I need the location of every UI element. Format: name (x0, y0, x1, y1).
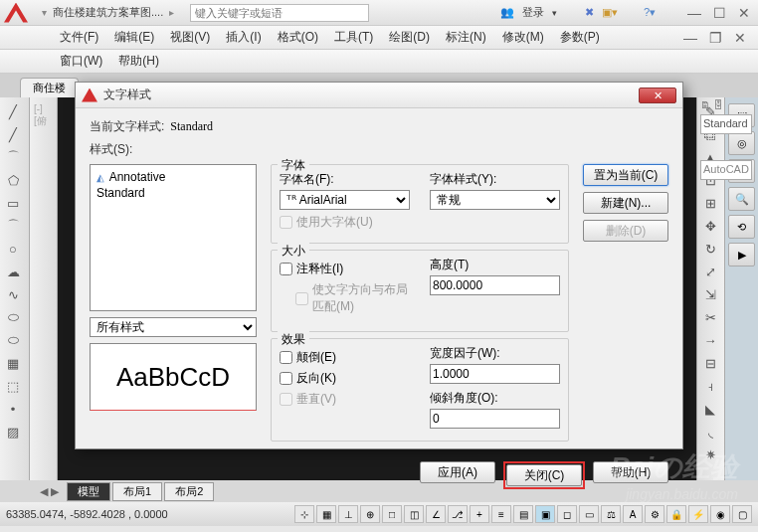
style-filter-select[interactable]: 所有样式 (90, 317, 257, 337)
snap-toggle-icon[interactable]: ⊹ (294, 505, 314, 523)
annotative-checkbox[interactable]: 注释性(I) (280, 261, 410, 277)
close-dialog-button[interactable]: 关闭(C) (506, 464, 582, 486)
break-tool-icon[interactable]: ⊟ (699, 353, 721, 373)
polyline-tool-icon[interactable]: ⌒ (2, 147, 24, 167)
polygon-tool-icon[interactable]: ⬠ (2, 170, 24, 190)
dyn-toggle-icon[interactable]: + (470, 505, 489, 523)
annoscale-icon[interactable]: ⚖ (601, 505, 621, 523)
xline-tool-icon[interactable]: ╱ (2, 124, 24, 144)
doc-restore-button[interactable]: ❐ (705, 30, 726, 46)
font-style-select[interactable]: 常规 (430, 190, 560, 210)
style-item-label[interactable]: Standard (96, 186, 145, 200)
minimize-button[interactable]: — (683, 5, 705, 21)
osnap-toggle-icon[interactable]: □ (382, 505, 402, 523)
menu-insert[interactable]: 插入(I) (226, 29, 261, 46)
revcloud-tool-icon[interactable]: ☁ (2, 262, 24, 281)
upside-down-checkbox[interactable]: 颠倒(E) (280, 349, 410, 366)
backwards-checkbox[interactable]: 反向(K) (280, 370, 410, 387)
point-tool-icon[interactable]: • (2, 399, 24, 419)
ellipse-arc-tool-icon[interactable]: ⬭ (2, 330, 24, 350)
polar-toggle-icon[interactable]: ⊕ (360, 505, 380, 523)
insert-tool-icon[interactable]: ▦ (2, 353, 24, 373)
infocenter-icon[interactable]: 👥 (500, 6, 514, 19)
width-factor-input[interactable] (430, 364, 560, 384)
menu-dimension[interactable]: 标注(N) (446, 29, 486, 46)
spline-tool-icon[interactable]: ∿ (2, 284, 24, 304)
stay-connected-icon[interactable]: ▣▾ (602, 6, 618, 19)
menu-draw[interactable]: 绘图(D) (389, 29, 430, 46)
scale-tool-icon[interactable]: ⤢ (699, 262, 721, 281)
hatch-tool-icon[interactable]: ▨ (2, 422, 24, 442)
rotate-tool-icon[interactable]: ↻ (699, 239, 721, 259)
menu-tools[interactable]: 工具(T) (334, 29, 373, 46)
clean-screen-icon[interactable]: ▢ (732, 505, 752, 523)
login-label[interactable]: 登录 (522, 5, 544, 20)
qat-dropdown-icon[interactable]: ▾ (42, 7, 47, 18)
dialog-titlebar[interactable]: 文字样式 ✕ (76, 83, 682, 108)
document-tab[interactable]: 商住楼 (20, 78, 79, 97)
doc-close-button[interactable]: ✕ (730, 30, 750, 46)
set-current-button[interactable]: 置为当前(C) (583, 164, 668, 186)
help-button[interactable]: 帮助(H) (593, 461, 668, 483)
fillet-tool-icon[interactable]: ◟ (699, 422, 721, 442)
recent-dropdown-icon[interactable]: ▸ (169, 7, 174, 18)
tab-nav-icon[interactable]: ◀ ▶ (40, 485, 59, 498)
menu-help[interactable]: 帮助(H) (118, 53, 159, 70)
new-button[interactable]: 新建(N)... (583, 192, 668, 214)
circle-tool-icon[interactable]: ○ (2, 239, 24, 259)
lwt-toggle-icon[interactable]: ≡ (491, 505, 511, 523)
showmotion-icon[interactable]: ▶ (728, 243, 755, 266)
annovis-icon[interactable]: A (623, 505, 643, 523)
toolbar-lock-icon[interactable]: 🔒 (666, 505, 686, 523)
login-dropdown-icon[interactable]: ▾ (552, 8, 557, 18)
menu-modify[interactable]: 修改(M) (502, 29, 544, 46)
menu-file[interactable]: 文件(F) (60, 29, 98, 46)
height-input[interactable] (430, 275, 560, 295)
model-toggle-icon[interactable]: ▭ (579, 505, 599, 523)
hardware-accel-icon[interactable]: ⚡ (688, 505, 708, 523)
grid-toggle-icon[interactable]: ▦ (316, 505, 336, 523)
rectangle-tool-icon[interactable]: ▭ (2, 193, 24, 213)
explode-tool-icon[interactable]: ✷ (699, 444, 721, 464)
menu-view[interactable]: 视图(V) (170, 29, 210, 46)
block-tool-icon[interactable]: ⬚ (2, 376, 24, 396)
join-tool-icon[interactable]: ⫞ (699, 376, 721, 396)
ellipse-tool-icon[interactable]: ⬭ (2, 307, 24, 327)
maximize-button[interactable]: ☐ (709, 5, 730, 21)
menu-window[interactable]: 窗口(W) (60, 53, 102, 70)
zoom-icon[interactable]: 🔍 (728, 187, 755, 211)
tpy-toggle-icon[interactable]: ▤ (513, 505, 533, 523)
dialog-close-button[interactable]: ✕ (639, 88, 676, 103)
extend-tool-icon[interactable]: → (699, 330, 721, 350)
line-tool-icon[interactable]: ╱ (2, 101, 24, 121)
menu-edit[interactable]: 编辑(E) (114, 29, 154, 46)
styles-listbox[interactable]: ◭ Annotative Standard (90, 164, 257, 311)
style-standard-box[interactable]: Standard (700, 114, 752, 134)
sc-toggle-icon[interactable]: ◻ (557, 505, 577, 523)
orbit-icon[interactable]: ⟲ (728, 215, 755, 239)
help-search-input[interactable] (190, 4, 369, 22)
apply-button[interactable]: 应用(A) (420, 461, 495, 483)
doc-minimize-button[interactable]: — (679, 30, 701, 46)
3dosnap-toggle-icon[interactable]: ◫ (404, 505, 424, 523)
style-item-label[interactable]: Annotative (109, 170, 166, 184)
ducs-toggle-icon[interactable]: ⎇ (448, 505, 468, 523)
isolate-icon[interactable]: ◉ (710, 505, 730, 523)
otrack-toggle-icon[interactable]: ∠ (426, 505, 446, 523)
close-button[interactable]: ✕ (734, 5, 754, 21)
menu-param[interactable]: 参数(P) (560, 29, 600, 46)
qp-toggle-icon[interactable]: ▣ (535, 505, 555, 523)
oblique-input[interactable] (430, 409, 560, 429)
menu-format[interactable]: 格式(O) (278, 29, 318, 46)
font-name-select[interactable]: ᵀᴿ ArialArial (280, 190, 410, 210)
ortho-toggle-icon[interactable]: ⊥ (338, 505, 358, 523)
chamfer-tool-icon[interactable]: ◣ (699, 399, 721, 419)
exchange-icon[interactable]: ✖ (585, 6, 594, 19)
move-tool-icon[interactable]: ✥ (699, 216, 721, 236)
trim-tool-icon[interactable]: ✂ (699, 307, 721, 327)
array-tool-icon[interactable]: ⊞ (699, 193, 721, 213)
help-icon[interactable]: ?▾ (644, 6, 656, 19)
ws-switch-icon[interactable]: ⚙ (645, 505, 664, 523)
arc-tool-icon[interactable]: ⌒ (2, 216, 24, 236)
stretch-tool-icon[interactable]: ⇲ (699, 284, 721, 304)
